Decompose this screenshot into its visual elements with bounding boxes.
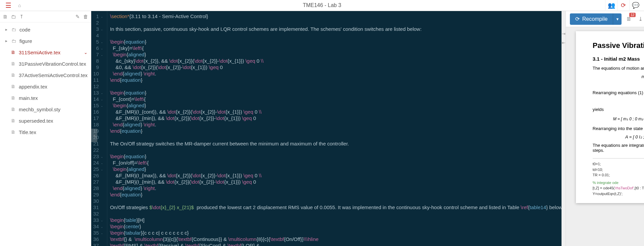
error-badge: 12: [629, 13, 636, 17]
file-icon: 🗎: [11, 129, 16, 135]
file-label: superseded.tex: [19, 118, 53, 124]
new-file-icon[interactable]: 🗎: [3, 14, 8, 19]
folder-code[interactable]: ▸🗀code: [0, 24, 91, 35]
file-icon: 🗎: [11, 84, 16, 89]
sync-left-icon[interactable]: ⇤: [562, 40, 566, 45]
home-icon[interactable]: ⌂: [18, 3, 21, 8]
file-label: 31PassiveVibrationControl.tex: [19, 61, 86, 67]
file-31PassiveVibrationControl.tex[interactable]: 🗎31PassiveVibrationControl.tex: [0, 58, 91, 69]
file-icon: 🗎: [11, 61, 16, 66]
file-mechb_symbol.sty[interactable]: 🗎mechb_symbol.sty: [0, 104, 91, 115]
file-sidebar: 🗎 🗀 ⤒ ✎ 🗑 ▸🗀code▸🗀figure🗎311SemiActive.t…: [0, 11, 91, 246]
file-label: 37ActiveSemiActiveControl.tex: [19, 72, 88, 78]
folder-figure[interactable]: ▸🗀figure: [0, 35, 91, 47]
pdf-text: Rearranging into the state space form of…: [593, 126, 644, 131]
project-title: TME146 - Lab 3: [303, 2, 341, 8]
file-label: mechb_symbol.sty: [19, 107, 60, 112]
folder-label: figure: [19, 38, 32, 44]
file-tree: ▸🗀code▸🗀figure🗎311SemiActive.tex⌄🗎31Pass…: [0, 22, 91, 246]
pdf-text: yields: [593, 107, 644, 112]
file-icon: 🗎: [11, 118, 16, 123]
pdf-code-block: t0=1; td=10; TR = 0.01; % integrate ode …: [593, 158, 644, 196]
file-Title.tex[interactable]: 🗎Title.tex: [0, 126, 91, 138]
file-label: appendix.tex: [19, 84, 47, 89]
file-icon: 🗎: [11, 72, 16, 78]
caret-icon: ▸: [5, 27, 9, 32]
pdf-equation: Mẍ + Cẋ + Cx = F(t): [593, 99, 644, 104]
file-main.tex[interactable]: 🗎main.tex: [0, 92, 91, 104]
recompile-dropdown[interactable]: ▼: [613, 13, 622, 25]
chevron-down-icon: ⌄: [84, 50, 88, 55]
rename-icon[interactable]: ✎: [75, 14, 80, 20]
pdf-matrices: M = [ m₁ 0 ; 0 m₂ ] , C = [ c₁ 0 ; 0 c₂ …: [593, 117, 644, 121]
code-editor[interactable]: 1 -2 3 -4 5 -6 -7 -8 9 10 11 12 13 -14 -…: [91, 11, 561, 246]
refresh-icon: ⟳: [575, 16, 580, 22]
pdf-subheading: 3.1 - Initial m2 Mass: [593, 56, 644, 62]
pdf-viewer[interactable]: Passive Vibration Control 3.1 - Initial …: [566, 27, 644, 246]
recompile-button[interactable]: ⟳ Recompile: [570, 13, 613, 25]
sync-right-icon[interactable]: ⇥: [562, 31, 566, 36]
file-label: main.tex: [19, 95, 38, 101]
folder-icon: 🗀: [11, 27, 17, 32]
recompile-label: Recompile: [582, 16, 608, 22]
download-icon[interactable]: ⤓: [636, 14, 644, 24]
pdf-text: Rearranging equations (1) and (2) into t…: [593, 90, 644, 95]
file-icon: 🗎: [11, 50, 16, 55]
pdf-page: Passive Vibration Control 3.1 - Initial …: [576, 31, 644, 203]
delete-icon[interactable]: 🗑: [83, 14, 88, 19]
file-37ActiveSemiActiveControl.tex[interactable]: 🗎37ActiveSemiActiveControl.tex: [0, 69, 91, 81]
folder-label: code: [19, 27, 31, 33]
pdf-equation: A = [ 0 I₂ ; −M⁻¹K −M⁻¹C ] B = [ 0 ; M⁻¹…: [593, 134, 644, 139]
pane-splitter[interactable]: ⇥ ⇤: [561, 11, 566, 246]
sidebar-toolbar: 🗎 🗀 ⤒ ✎ 🗑: [0, 11, 91, 22]
file-311SemiActive.tex[interactable]: 🗎311SemiActive.tex⌄: [0, 47, 91, 58]
share-icon[interactable]: 👥: [605, 0, 617, 11]
pdf-equation: m₂ẍ₂ = k₁₂(x₁ − x₂) − c₂ẋ₂: [593, 82, 644, 87]
new-folder-icon[interactable]: 🗀: [11, 14, 16, 19]
file-superseded.tex[interactable]: 🗎superseded.tex: [0, 115, 91, 126]
file-icon: 🗎: [11, 107, 16, 112]
file-label: Title.tex: [19, 129, 36, 135]
file-label: 311SemiActive.tex: [19, 50, 60, 55]
pdf-heading: Passive Vibration Control: [593, 41, 644, 50]
file-appendix.tex[interactable]: 🗎appendix.tex: [0, 81, 91, 92]
caret-icon: ▸: [5, 39, 9, 43]
preview-toolbar: ⟳ Recompile ▼ 🗎 12 ⤓ ⛶: [566, 11, 644, 27]
logs-icon[interactable]: 🗎 12: [624, 14, 634, 24]
pdf-text: The equations are integrated using ode45…: [593, 143, 644, 153]
pdf-equation: m₁ẍ₁ = k₀ᵢ(w − x₁) − k₁ᵢx₁ − k₁₂(x₁ − x₂…: [593, 74, 644, 79]
editor-pane: ‹ 1 -2 3 -4 5 -6 -7 -8 9 10 11 12 13 -14…: [91, 11, 561, 246]
history-icon[interactable]: ⟳: [617, 0, 629, 11]
editor-nav-left[interactable]: ‹: [91, 129, 97, 142]
preview-pane: › ⟳ Recompile ▼ 🗎 12 ⤓ ⛶ Passive Vibrati…: [566, 11, 644, 246]
file-icon: 🗎: [11, 95, 16, 101]
pdf-text: The equations of motion are set up for t…: [593, 66, 644, 71]
chat-icon[interactable]: 💬: [629, 0, 641, 11]
folder-icon: 🗀: [11, 38, 17, 44]
top-bar: ☰ ⌂ TME146 - Lab 3 👥 ⟳ 💬: [0, 0, 644, 11]
upload-icon[interactable]: ⤒: [19, 14, 24, 20]
menu-icon[interactable]: ☰: [3, 0, 14, 11]
